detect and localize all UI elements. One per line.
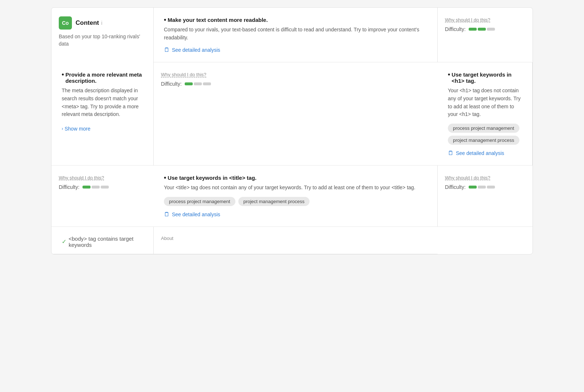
h1-detail-link[interactable]: 🗒 See detailed analysis [448, 150, 504, 156]
about-text: About [161, 236, 430, 241]
bar-seg-1 [469, 28, 477, 31]
bullet-icon-3: • [448, 71, 450, 78]
bar-seg-tk2 [478, 186, 486, 189]
why-link-meta[interactable]: Why should I do this? [161, 72, 206, 77]
title-kw-tag-1: process project management [164, 197, 235, 206]
why-link-title-kw[interactable]: Why should I do this? [445, 175, 490, 181]
row-body-kw-aside: About [154, 227, 438, 254]
bar-seg-h1-2 [92, 186, 100, 189]
h1-tags: process project management project manag… [448, 124, 522, 145]
row-h1-title: • Use target keywords in <h1> tag. [448, 71, 522, 84]
check-icon: ✓ [62, 238, 66, 245]
bullet-icon-2: • [62, 71, 64, 78]
row-readability-aside: Why should I do this? Difficulty: [438, 8, 533, 62]
row-readability-desc: Compared to your rivals, your text-based… [164, 26, 427, 42]
row-body-kw-main: ✓ <body> tag contains target keywords [51, 227, 154, 254]
h1-tag-1: process project management [448, 124, 519, 133]
difficulty-bar-meta [185, 82, 211, 85]
row-meta-desc: The meta description displayed in search… [62, 87, 143, 119]
chevron-right-icon: › [62, 126, 63, 131]
bullet-icon: • [164, 16, 166, 23]
why-link-h1[interactable]: Why should I do this? [59, 175, 104, 181]
show-more-button[interactable]: › Show more [62, 126, 91, 132]
difficulty-bar-readability [469, 28, 495, 31]
doc-icon: 🗒 [164, 47, 170, 53]
doc-icon-h1: 🗒 [448, 150, 454, 156]
bar-seg-m3 [203, 82, 211, 85]
bar-seg-2 [478, 28, 486, 31]
bar-seg-m1 [185, 82, 193, 85]
bullet-icon-4: • [164, 174, 166, 181]
row-h1-main: • Use target keywords in <h1> tag. Your … [438, 62, 533, 166]
difficulty-label-title-kw: Difficulty: [445, 184, 466, 190]
difficulty-label-h1: Difficulty: [59, 184, 80, 190]
row-meta-main: • Provide a more relevant meta descripti… [51, 62, 154, 166]
row-title-kw-desc: Your <title> tag does not contain any of… [164, 184, 427, 192]
row-h1-aside: Why should I do this? Difficulty: [51, 166, 154, 227]
row-title-kw-title: • Use target keywords in <title> tag. [164, 174, 427, 181]
bar-seg-h1 [82, 186, 91, 189]
difficulty-title-kw: Difficulty: [445, 184, 525, 190]
sidebar: Co Content i Based on your top 10-rankin… [51, 8, 154, 62]
bar-seg-3 [487, 28, 495, 31]
title-kw-tag-2: project management process [238, 197, 310, 206]
difficulty-bar-title-kw [469, 186, 495, 189]
readability-detail-link[interactable]: 🗒 See detailed analysis [164, 47, 220, 53]
partial-title-text: <body> tag contains target keywords [69, 236, 143, 248]
difficulty-label-readability: Difficulty: [445, 26, 466, 32]
why-link-readability[interactable]: Why should I do this? [445, 17, 490, 23]
bar-seg-h1-3 [101, 186, 109, 189]
sidebar-title: Content [76, 19, 99, 27]
bar-seg-m2 [194, 82, 202, 85]
partial-row-title: ✓ <body> tag contains target keywords [62, 236, 143, 248]
row-readability-title: • Make your text content more readable. [164, 16, 427, 23]
bar-seg-tk3 [487, 186, 495, 189]
difficulty-bar-h1 [82, 186, 109, 189]
doc-icon-title-kw: 🗒 [164, 211, 170, 218]
logo-badge: Co [59, 16, 72, 30]
difficulty-meta: Difficulty: [161, 81, 430, 87]
bar-seg-tk1 [469, 186, 477, 189]
row-meta-title: • Provide a more relevant meta descripti… [62, 71, 143, 84]
row-readability-main: • Make your text content more readable. … [154, 8, 438, 62]
main-container: Co Content i Based on your top 10-rankin… [51, 7, 533, 255]
difficulty-label-meta: Difficulty: [161, 81, 182, 87]
difficulty-readability: Difficulty: [445, 26, 525, 32]
h1-tag-2: project management process [448, 136, 519, 145]
title-kw-detail-link[interactable]: 🗒 See detailed analysis [164, 211, 220, 218]
row-title-kw-aside: Why should I do this? Difficulty: [438, 166, 533, 227]
row-meta-aside: Why should I do this? Difficulty: [154, 62, 438, 166]
sidebar-subtitle: Based on your top 10-ranking rivals' dat… [59, 33, 146, 47]
sidebar-title-row: Content i [76, 19, 102, 27]
difficulty-h1: Difficulty: [59, 184, 146, 190]
row-h1-desc: Your <h1> tag does not contain any of yo… [448, 87, 522, 119]
sidebar-header: Co Content i [59, 16, 146, 30]
title-kw-tags: process project management project manag… [164, 197, 427, 206]
info-icon[interactable]: i [101, 20, 102, 26]
row-title-kw-main: • Use target keywords in <title> tag. Yo… [154, 166, 438, 227]
grid-layout: Co Content i Based on your top 10-rankin… [51, 8, 533, 254]
